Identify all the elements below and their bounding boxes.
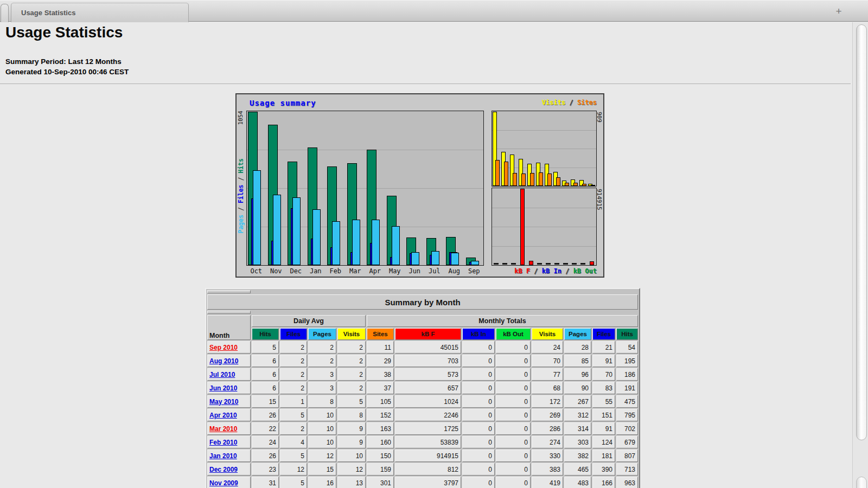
month-tick-label: Jun [405, 267, 425, 275]
pages-bar [253, 170, 261, 265]
stat-cell: 0 [496, 422, 531, 435]
scrollbar-thumb[interactable] [856, 24, 867, 440]
stat-cell: 0 [462, 463, 495, 476]
stat-cell: 0 [496, 368, 531, 381]
sites-bar [530, 173, 534, 186]
gridline [247, 188, 483, 189]
stat-cell: 91 [592, 355, 615, 367]
stat-cell: 0 [496, 355, 531, 367]
stat-cell: 191 [616, 382, 638, 394]
daily-avg-group-header: Daily Avg [252, 315, 366, 327]
stat-cell: 0 [462, 368, 495, 381]
month-cell: Sep 2010 [207, 341, 251, 354]
tab-usage-statistics[interactable]: Usage Statistics [11, 3, 189, 22]
month-cell: Nov 2009 [207, 477, 251, 488]
stat-cell: 286 [532, 422, 563, 435]
legend-part: / [237, 174, 245, 185]
month-link[interactable]: Jun 2010 [209, 384, 237, 392]
sites-bar [556, 177, 560, 186]
report-meta: Summary Period: Last 12 Months Generated… [5, 56, 129, 77]
stat-cell: 90 [564, 382, 591, 394]
legend-part: Files [237, 184, 245, 203]
tab-bar: Usage Statistics + [0, 0, 868, 22]
column-header-pages: Pages [308, 328, 336, 340]
month-link[interactable]: Sep 2010 [209, 344, 238, 351]
monthly-totals-group-header: Monthly Totals [367, 315, 638, 327]
month-tick-label: Mar [346, 267, 366, 275]
sites-bar [582, 184, 586, 186]
stat-cell: 0 [496, 341, 531, 354]
kbf-bar [520, 189, 525, 265]
sites-bar [504, 162, 508, 186]
month-tick-label: Sep [464, 267, 484, 275]
browser-window: Usage Statistics + Usage Statistics Summ… [0, 0, 868, 488]
stat-cell: 151 [592, 409, 615, 421]
stat-cell: 9 [337, 422, 366, 435]
pages-bar [392, 226, 400, 265]
stat-cell: 2 [337, 368, 366, 381]
legend-part: / [530, 267, 542, 275]
month-link[interactable]: Aug 2010 [209, 357, 238, 365]
new-tab-icon[interactable]: + [832, 5, 845, 18]
pages-bar [352, 220, 360, 265]
month-link[interactable]: Nov 2009 [209, 479, 238, 487]
stat-cell: 21 [592, 341, 615, 354]
stat-cell: 383 [532, 463, 563, 476]
stat-cell: 85 [564, 355, 591, 367]
stat-cell: 713 [616, 463, 638, 476]
kb-legend: kB F / kB In / kB Out [514, 267, 597, 275]
stat-cell: 303 [564, 436, 591, 448]
stat-cell: 703 [395, 355, 461, 367]
page-title: Usage Statistics [5, 24, 123, 41]
pages-bar [471, 261, 479, 265]
stat-cell: 70 [592, 368, 615, 381]
month-link[interactable]: Dec 2009 [209, 466, 238, 473]
vertical-scrollbar[interactable] [852, 22, 868, 488]
stat-cell: 3797 [395, 477, 461, 488]
month-cell: May 2010 [207, 395, 251, 408]
stat-cell: 6 [252, 382, 279, 394]
stat-cell: 2 [280, 368, 307, 381]
month-tick-label: Jul [425, 267, 445, 275]
summary-period: Summary Period: Last 12 Months [5, 56, 129, 67]
stat-cell: 2 [337, 341, 366, 354]
stat-cell: 105 [367, 395, 394, 408]
stat-cell: 160 [367, 436, 394, 448]
month-link[interactable]: Jan 2010 [209, 452, 237, 460]
horizontal-rule [0, 84, 851, 84]
stat-cell: 13 [337, 477, 366, 488]
stat-cell: 83 [592, 382, 615, 394]
stat-cell: 23 [252, 463, 279, 476]
stat-cell: 10 [308, 409, 336, 421]
stat-cell: 53839 [395, 436, 461, 448]
stat-cell: 2246 [395, 409, 461, 421]
visits-sites-plot [492, 111, 597, 187]
stat-cell: 6 [252, 355, 279, 367]
stat-cell: 8 [337, 409, 366, 421]
month-link[interactable]: Jul 2010 [209, 371, 235, 378]
stat-cell: 2 [337, 382, 366, 394]
table-mid-spacer [207, 311, 638, 314]
zero-kb-dash [580, 263, 585, 265]
stat-cell: 5 [280, 450, 307, 462]
month-link[interactable]: Apr 2010 [209, 412, 237, 419]
stat-cell: 2 [280, 355, 307, 367]
pages-bar [292, 197, 301, 265]
stat-cell: 159 [367, 463, 394, 476]
month-link[interactable]: Feb 2010 [209, 439, 237, 446]
month-link[interactable]: Mar 2010 [209, 425, 237, 433]
table-top-spacer [207, 290, 638, 293]
stat-cell: 9 [337, 436, 366, 448]
stat-cell: 8 [308, 395, 336, 408]
zero-kb-dash [563, 263, 568, 265]
legend-part: kB In [542, 267, 561, 275]
stat-cell: 330 [532, 450, 563, 462]
partial-tab-stub[interactable] [1, 4, 9, 22]
stat-cell: 70 [532, 355, 563, 367]
stat-cell: 702 [616, 422, 638, 435]
stat-cell: 4 [280, 436, 307, 448]
stat-cell: 38 [367, 368, 394, 381]
month-link[interactable]: May 2010 [209, 398, 238, 406]
stat-cell: 186 [616, 368, 638, 381]
stat-cell: 28 [564, 341, 591, 354]
